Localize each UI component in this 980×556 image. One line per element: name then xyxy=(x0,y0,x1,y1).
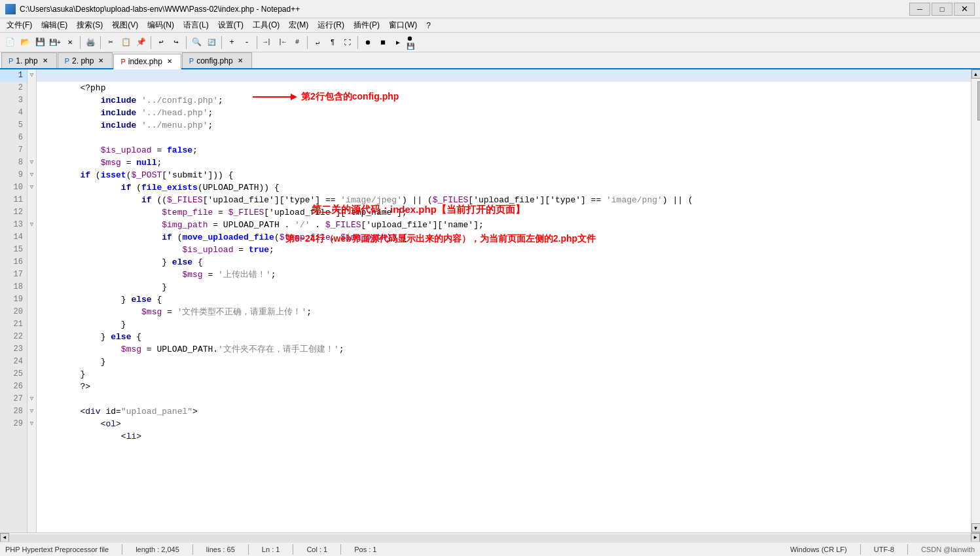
status-bar: PHP Hypertext Preprocessor file length :… xyxy=(0,542,980,556)
code-line-16[interactable]: $msg = '上传出错！'; xyxy=(37,256,971,269)
fold-28[interactable]: ▽ xyxy=(27,405,36,418)
toolbar: 📄 📂 💾 💾+ ✕ 🖨️ ✂️ 📋 📌 ↩ ↪ 🔍 🔄 + - →| |← #… xyxy=(0,33,980,52)
code-line-8[interactable]: if (isset($_POST['submit'])) { xyxy=(37,157,971,169)
toolbar-zoom-out[interactable]: - xyxy=(240,35,254,50)
code-line-21[interactable]: } else { xyxy=(37,318,971,331)
menu-help[interactable]: ? xyxy=(422,20,435,31)
code-line-6[interactable]: $is_upload = false; xyxy=(37,132,971,144)
code-line-19[interactable]: $msg = '文件类型不正确，请重新上传！'; xyxy=(37,293,971,306)
code-line-29[interactable]: <li> xyxy=(37,418,971,430)
tab-configphp-close[interactable]: ✕ xyxy=(236,56,245,65)
tab-1php[interactable]: P 1. php ✕ xyxy=(1,52,57,68)
code-line-2[interactable]: include '../config.php'; xyxy=(37,82,971,94)
menu-run[interactable]: 运行(R) xyxy=(314,18,348,32)
code-line-28[interactable]: <ol> xyxy=(37,405,971,418)
minimize-button[interactable]: ─ xyxy=(909,3,930,16)
scrollbar-up-arrow[interactable]: ▲ xyxy=(971,69,981,79)
menu-edit[interactable]: 编辑(E) xyxy=(37,18,71,32)
menu-tools[interactable]: 工具(O) xyxy=(249,18,283,32)
scrollbar-vertical[interactable]: ▲ ▼ xyxy=(971,69,980,532)
line-num-1: 1 xyxy=(0,69,27,82)
tab-configphp[interactable]: P config.php ✕ xyxy=(182,52,252,68)
toolbar-macro-play[interactable]: ▶ xyxy=(391,35,405,50)
toolbar-open[interactable]: 📂 xyxy=(18,35,32,50)
toolbar-paste[interactable]: 📌 xyxy=(134,35,148,50)
code-line-12[interactable]: $img_path = UPLOAD_PATH . '/' . $_FILES[… xyxy=(37,206,971,219)
code-line-7[interactable]: $msg = null; xyxy=(37,144,971,157)
code-line-14[interactable]: $is_upload = true; xyxy=(37,231,971,244)
fold-9[interactable]: ▽ xyxy=(27,169,36,181)
toolbar-fullscreen[interactable]: ⛶ xyxy=(340,35,355,50)
toolbar-allchars[interactable]: ¶ xyxy=(325,35,340,50)
toolbar-zoom-in[interactable]: + xyxy=(225,35,239,50)
code-content[interactable]: <?php include '../config.php'; include '… xyxy=(37,69,971,532)
toolbar-linenum[interactable]: # xyxy=(290,35,304,50)
fold-17 xyxy=(27,269,36,281)
tab-2php-close[interactable]: ✕ xyxy=(96,56,105,65)
code-line-17[interactable]: } xyxy=(37,269,971,281)
fold-1[interactable]: ▽ xyxy=(27,69,36,82)
toolbar-macro-rec[interactable]: ⏺ xyxy=(361,35,375,50)
menu-search[interactable]: 搜索(S) xyxy=(73,18,107,32)
fold-13[interactable]: ▽ xyxy=(27,219,36,231)
code-line-24[interactable]: } xyxy=(37,356,971,368)
code-line-10[interactable]: if (($_FILES['upload_file']['type'] == '… xyxy=(37,181,971,194)
code-line-1[interactable]: <?php xyxy=(37,69,971,82)
code-line-9[interactable]: if (file_exists(UPLOAD_PATH)) { xyxy=(37,169,971,181)
fold-10[interactable]: ▽ xyxy=(27,181,36,194)
toolbar-indent[interactable]: →| xyxy=(260,35,274,50)
menu-view[interactable]: 视图(V) xyxy=(108,18,142,32)
hscroll-right-arrow[interactable]: ► xyxy=(971,533,980,542)
toolbar-copy[interactable]: 📋 xyxy=(118,35,133,50)
toolbar-find[interactable]: 🔍 xyxy=(189,35,204,50)
toolbar-save-all[interactable]: 💾+ xyxy=(48,35,62,50)
code-line-25[interactable]: ?> xyxy=(37,368,971,380)
tab-2php[interactable]: P 2. php ✕ xyxy=(58,52,113,68)
code-line-18[interactable]: } else { xyxy=(37,281,971,293)
code-line-3[interactable]: include '../head.php'; xyxy=(37,94,971,107)
fold-27[interactable]: ▽ xyxy=(27,393,36,405)
fold-8[interactable]: ▽ xyxy=(27,157,36,169)
code-line-27[interactable]: <div id="upload_panel"> xyxy=(37,393,971,405)
hscroll-left-arrow[interactable]: ◄ xyxy=(0,533,9,542)
toolbar-print[interactable]: 🖨️ xyxy=(83,35,98,50)
toolbar-new[interactable]: 📄 xyxy=(3,35,17,50)
toolbar-undo[interactable]: ↩ xyxy=(154,35,168,50)
toolbar-cut[interactable]: ✂️ xyxy=(103,35,118,50)
menu-macro[interactable]: 宏(M) xyxy=(285,18,312,32)
toolbar-replace[interactable]: 🔄 xyxy=(204,35,219,50)
toolbar-wordwrap[interactable]: ↵ xyxy=(310,35,325,50)
toolbar-outdent[interactable]: |← xyxy=(275,35,289,50)
code-line-11[interactable]: $temp_file = $_FILES['upload_file']['tmp… xyxy=(37,194,971,206)
fold-column: ▽ ▽ ▽ ▽ ▽ ▽ ▽ ▽ xyxy=(27,69,37,532)
toolbar-macro-save[interactable]: ⏺💾 xyxy=(406,35,420,50)
menu-plugins[interactable]: 插件(P) xyxy=(350,18,384,32)
code-line-15[interactable]: } else { xyxy=(37,244,971,256)
code-line-23[interactable]: } xyxy=(37,343,971,356)
fold-29[interactable]: ▽ xyxy=(27,418,36,430)
menu-language[interactable]: 语言(L) xyxy=(179,18,213,32)
menu-file[interactable]: 文件(F) xyxy=(3,18,36,32)
code-line-20[interactable]: } xyxy=(37,306,971,318)
menu-settings[interactable]: 设置(T) xyxy=(214,18,247,32)
status-col: Col : 1 xyxy=(306,546,327,553)
menu-window[interactable]: 窗口(W) xyxy=(385,18,421,32)
fold-24 xyxy=(27,356,36,368)
toolbar-close[interactable]: ✕ xyxy=(63,35,77,50)
code-line-13[interactable]: if (move_uploaded_file($temp_file, $img_… xyxy=(37,219,971,231)
close-button[interactable]: ✕ xyxy=(954,3,975,16)
scrollbar-thumb[interactable] xyxy=(977,81,981,120)
maximize-button[interactable]: □ xyxy=(932,3,953,16)
tab-1php-close[interactable]: ✕ xyxy=(41,56,50,65)
tab-indexphp[interactable]: P index.php ✕ xyxy=(113,54,181,69)
tab-indexphp-close[interactable]: ✕ xyxy=(165,57,174,66)
toolbar-redo[interactable]: ↪ xyxy=(169,35,183,50)
scrollbar-down-arrow[interactable]: ▼ xyxy=(971,523,981,532)
menu-encoding[interactable]: 编码(N) xyxy=(143,18,178,32)
tab-indexphp-label: index.php xyxy=(128,57,162,66)
code-line-4[interactable]: include '../menu.php'; xyxy=(37,107,971,119)
toolbar-save[interactable]: 💾 xyxy=(33,35,47,50)
title-controls[interactable]: ─ □ ✕ xyxy=(909,3,975,16)
code-line-22[interactable]: $msg = UPLOAD_PATH.'文件夹不存在，请手工创建！'; xyxy=(37,331,971,343)
toolbar-macro-stop[interactable]: ⏹ xyxy=(376,35,390,50)
